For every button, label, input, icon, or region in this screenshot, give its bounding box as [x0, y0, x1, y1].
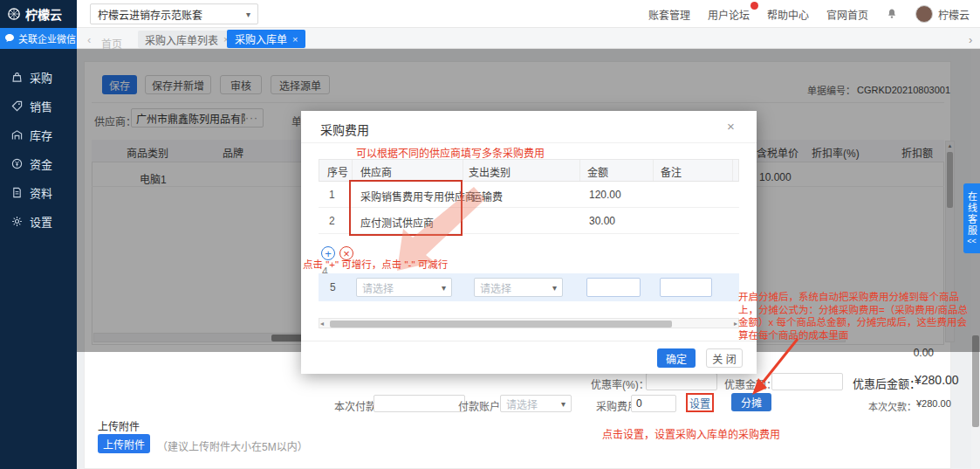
caret-down-icon: ▾ [442, 283, 446, 293]
pay-account-select[interactable]: 请选择 ▾ [500, 395, 572, 412]
annotation-multi-supplier: 可以根据不同的供应商填写多条采购费用 [356, 145, 545, 160]
sidebar-item-label: 销售 [30, 98, 52, 114]
row-index: 5 [330, 281, 336, 293]
sidebar-item-label: 采购 [30, 69, 52, 86]
scroll-left-icon[interactable]: ◂ [320, 320, 324, 328]
row5-remark-input-wrap [660, 278, 712, 297]
close-icon[interactable]: × [727, 119, 735, 134]
user-menu[interactable]: 柠檬云 [915, 5, 970, 23]
allocate-button[interactable]: 分摊 [731, 393, 771, 411]
dialog-footer-divider [301, 341, 757, 341]
wechat-banner-label: 关联企业微信 [18, 31, 76, 45]
row5-amount-input[interactable] [586, 278, 641, 297]
row5-supplier-select[interactable]: 请选择 ▾ [356, 278, 452, 297]
warehouse-icon [11, 129, 23, 141]
row-amount: 120.00 [589, 189, 621, 201]
app-window: 柠檬云 柠檬云进销存示范账套 ▾ 账套管理 用户论坛 帮助中心 官网首页 柠檬云 [0, 0, 980, 469]
sidebar-nav: 采购 销售 库存 资金 资料 设置 [0, 49, 77, 469]
row5-remark-input[interactable] [660, 278, 712, 297]
menu-official-site[interactable]: 官网首页 [826, 7, 868, 22]
discount-rate-input[interactable] [646, 373, 717, 390]
tab-purchase-inbound-active[interactable]: 采购入库单 × [227, 30, 305, 48]
debt-value: ¥280.00 [916, 398, 951, 409]
top-menu: 账套管理 用户论坛 帮助中心 官网首页 柠檬云 [648, 0, 970, 28]
fee-col-remark: 备注 [661, 164, 682, 179]
select-placeholder: 请选择 [480, 280, 511, 295]
payment-input-wrap [373, 395, 465, 412]
tab-scroll-right-icon[interactable]: › [969, 33, 972, 46]
attachment-hint: （建议上传附件大小在5M以内） [157, 438, 308, 453]
close-button[interactable]: 关 闭 [706, 348, 743, 368]
online-service-tab[interactable]: 在线客服 << [963, 183, 980, 253]
logo-text: 柠檬云 [25, 5, 62, 23]
caret-down-icon: ▾ [552, 283, 557, 293]
row-amount: 30.00 [589, 215, 615, 227]
discount-amount-input-wrap [771, 373, 843, 390]
sidebar-item-label: 资料 [30, 184, 52, 201]
lemon-icon [7, 7, 21, 21]
online-service-label: 在线客服 [965, 191, 979, 237]
after-discount-label: 优惠后金额： [853, 375, 921, 391]
menu-account-management[interactable]: 账套管理 [648, 7, 690, 22]
dialog-hscrollbar[interactable]: ◂ ▸ [319, 318, 739, 328]
sidebar-item-data[interactable]: 资料 [0, 178, 77, 207]
dialog-hscrollbar-thumb[interactable] [330, 321, 672, 328]
fee-col-amount: 金额 [587, 164, 608, 179]
menu-user-forum-label: 用户论坛 [708, 10, 750, 22]
bag-icon [11, 72, 23, 83]
tab-scroll-left-icon[interactable]: ‹ [87, 33, 91, 46]
confirm-button[interactable]: 确定 [657, 348, 696, 368]
document-icon [11, 187, 23, 198]
discount-amount-input[interactable] [771, 373, 843, 390]
tag-icon [11, 100, 23, 112]
sidebar-item-purchase[interactable]: 采购 [0, 63, 77, 92]
hot-badge [750, 2, 758, 10]
after-discount-value: ¥280.00 [915, 373, 959, 387]
sidebar-item-inventory[interactable]: 库存 [0, 121, 77, 149]
debt-label: 本次欠款： [868, 399, 916, 413]
sidebar-item-label: 资金 [30, 155, 52, 172]
account-set-name: 柠檬云进销存示范账套 [98, 7, 202, 22]
caret-down-icon: ▾ [561, 399, 565, 409]
collapse-icon: << [967, 237, 977, 245]
sidebar-item-label: 设置 [30, 213, 52, 230]
gear-icon [11, 216, 23, 227]
purchase-fee-input[interactable] [631, 395, 676, 412]
account-set-selector[interactable]: 柠檬云进销存示范账套 ▾ [90, 3, 258, 24]
fee-settings-button[interactable]: 设置 [686, 393, 714, 412]
dialog-header-divider [301, 142, 757, 143]
avatar [915, 5, 933, 23]
bell-icon[interactable] [886, 8, 898, 20]
tab-purchase-inbound-list[interactable]: 采购入库单列表 × [138, 31, 236, 48]
top-bar: 柠檬云 柠檬云进销存示范账套 ▾ 账套管理 用户论坛 帮助中心 官网首页 柠檬云 [0, 0, 980, 28]
sidebar-item-settings[interactable]: 设置 [0, 207, 77, 236]
tab-label: 采购入库单 [235, 31, 287, 46]
wechat-icon [4, 33, 15, 44]
attachment-section-label: 上传附件 [98, 418, 140, 433]
tab-label: 采购入库单列表 [145, 32, 218, 47]
menu-help-center[interactable]: 帮助中心 [767, 7, 809, 22]
upload-attachment-button[interactable]: 上传附件 [98, 434, 150, 453]
dialog-title: 采购费用 [320, 121, 369, 138]
sidebar-item-funds[interactable]: 资金 [0, 149, 77, 178]
payment-input[interactable] [373, 395, 465, 412]
user-name: 柠檬云 [938, 7, 970, 22]
row5-amount-input-wrap [586, 278, 641, 297]
discount-rate-label: 优惠率(%)： [591, 376, 649, 391]
fee-row-5[interactable]: 5 请选择 ▾ 请选择 ▾ [319, 273, 739, 301]
pay-account-placeholder: 请选择 [506, 397, 538, 411]
row-index: 1 [329, 189, 335, 201]
row-index: 2 [329, 215, 335, 227]
row5-expense-type-select[interactable]: 请选择 ▾ [474, 278, 563, 297]
select-placeholder: 请选择 [362, 280, 394, 295]
app-logo: 柠檬云 [0, 0, 77, 28]
menu-user-forum[interactable]: 用户论坛 [708, 7, 750, 22]
scroll-right-icon[interactable]: ▸ [734, 320, 737, 328]
link-enterprise-wechat-banner[interactable]: 关联企业微信 [0, 28, 77, 49]
sidebar-item-sales[interactable]: 销售 [0, 92, 77, 121]
purchase-fee-dialog: 采购费用 × 可以根据不同的供应商填写多条采购费用 序号 供应商 支出类别 金额… [301, 111, 757, 374]
close-icon[interactable]: × [292, 34, 298, 45]
yen-coin-icon [11, 158, 23, 169]
sidebar-item-label: 库存 [30, 127, 52, 143]
discount-amount-label: 优惠金额： [724, 376, 777, 391]
